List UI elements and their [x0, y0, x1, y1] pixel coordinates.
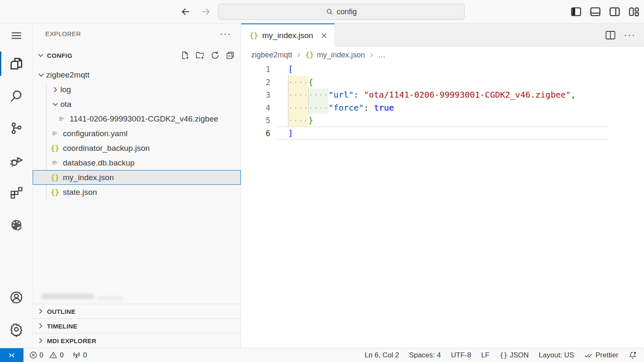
- activity-bar: [0, 23, 33, 348]
- toggle-primary-sidebar-icon[interactable]: [571, 7, 581, 17]
- back-icon[interactable]: [179, 5, 192, 18]
- language-mode[interactable]: {} JSON: [496, 351, 532, 359]
- double-check-icon: [584, 352, 593, 359]
- sidebar-title: EXPLORER: [45, 30, 220, 37]
- tree-item-label: state.json: [63, 188, 97, 197]
- blurred-artifact: [41, 294, 93, 299]
- encoding-indicator[interactable]: UTF-8: [448, 351, 474, 359]
- file-icon: [50, 158, 60, 168]
- breadcrumb-folder[interactable]: zigbee2mqtt: [251, 51, 292, 59]
- code-token: :: [354, 90, 364, 100]
- code-editor[interactable]: 1[2····{3········"url": "ota/1141-0206-9…: [241, 63, 644, 140]
- code-line-1[interactable]: 1[: [241, 63, 644, 76]
- keyboard-layout[interactable]: Layout: US: [536, 351, 577, 359]
- code-line-2[interactable]: 2····{: [241, 76, 644, 89]
- command-center-search[interactable]: config: [218, 4, 465, 20]
- editor-group: {} my_index.json ··· zigbee2mqtt {} my_i…: [241, 23, 644, 348]
- code-token: [: [288, 64, 293, 74]
- code-line-6[interactable]: 6]: [241, 127, 644, 140]
- outline-section[interactable]: OUTLINE: [33, 304, 241, 318]
- code-line-5[interactable]: 5····}: [241, 114, 644, 127]
- eol-indicator[interactable]: LF: [478, 351, 493, 359]
- tab-bar: {} my_index.json ···: [241, 23, 644, 47]
- tree-item-1141-0206-99993001-cgdk2-v46-zigbee[interactable]: 1141-0206-99993001-CGDK2_v46.zigbee: [33, 111, 241, 126]
- code-line-4[interactable]: 4········"force": true: [241, 101, 644, 114]
- title-bar: config: [0, 0, 644, 23]
- formatter-indicator[interactable]: Prettier: [581, 351, 621, 359]
- new-folder-icon[interactable]: [195, 51, 205, 60]
- tree-item-ota[interactable]: ota: [33, 97, 241, 111]
- line-number: 6: [241, 127, 270, 140]
- breadcrumb-symbol[interactable]: …: [378, 51, 386, 59]
- split-editor-icon[interactable]: [605, 31, 615, 40]
- breadcrumb-file[interactable]: my_index.json: [317, 51, 365, 59]
- new-file-icon[interactable]: [180, 51, 190, 60]
- tree-item-label: database.db.backup: [63, 158, 135, 168]
- chevron-right-icon: [36, 321, 45, 331]
- forward-icon[interactable]: [200, 5, 212, 18]
- chevron-right-icon: [36, 336, 45, 345]
- indentation-indicator[interactable]: Spaces: 4: [406, 351, 444, 359]
- menu-icon[interactable]: [0, 23, 33, 48]
- ports-indicator[interactable]: 0: [69, 351, 90, 359]
- code-line-3[interactable]: 3········"url": "ota/1141-0206-99993001-…: [241, 88, 644, 101]
- error-icon: [29, 351, 37, 359]
- file-icon: [57, 114, 66, 124]
- run-debug-icon[interactable]: [0, 144, 33, 176]
- json-file-icon: {}: [305, 51, 314, 59]
- editor-more-actions-icon[interactable]: ···: [624, 33, 636, 37]
- problems-indicator[interactable]: 0 0: [26, 351, 67, 359]
- broadcast-tower-icon: [72, 351, 81, 359]
- toggle-panel-icon[interactable]: [590, 7, 600, 17]
- settings-gear-icon[interactable]: [0, 313, 33, 345]
- tree-item-database-db-backup[interactable]: database.db.backup: [33, 155, 241, 170]
- code-token: ,: [571, 90, 576, 100]
- cursor-position[interactable]: Ln 6, Col 2: [362, 351, 402, 359]
- chevron-down-icon: [50, 99, 60, 109]
- tree-item-coordinator-backup-json[interactable]: {}coordinator_backup.json: [33, 141, 241, 155]
- breadcrumb: zigbee2mqtt {} my_index.json …: [241, 47, 644, 63]
- ports-count: 0: [83, 351, 87, 359]
- workspace-section-header[interactable]: CONFIG: [33, 48, 241, 63]
- indent-whitespace: ····: [288, 88, 308, 101]
- extensions-icon[interactable]: [0, 176, 33, 209]
- chevron-right-icon: [36, 307, 45, 316]
- tree-item-zigbee2mqtt[interactable]: zigbee2mqtt: [33, 67, 241, 82]
- explorer-more-actions-icon[interactable]: ···: [220, 32, 231, 36]
- tree-item-my-index-json[interactable]: {}my_index.json: [33, 170, 241, 185]
- search-value: config: [337, 8, 357, 16]
- tree-item-label: coordinator_backup.json: [63, 144, 150, 153]
- tree-item-state-json[interactable]: {}state.json: [33, 185, 241, 199]
- status-bar: 0 0 0 Ln 6, Col 2 Spaces: 4 UTF-8 LF {} …: [0, 348, 644, 362]
- indent-whitespace: ····: [288, 114, 308, 127]
- toggle-secondary-sidebar-icon[interactable]: [610, 7, 620, 17]
- notifications-bell-icon[interactable]: [626, 351, 640, 359]
- accounts-icon[interactable]: [0, 282, 33, 313]
- code-token: ]: [288, 128, 293, 138]
- mdi-explorer-section[interactable]: MDI EXPLORER: [33, 333, 241, 348]
- source-control-icon[interactable]: [0, 112, 33, 144]
- search-view-icon[interactable]: [0, 80, 33, 112]
- tree-item-configuration-yaml[interactable]: configuration.yaml: [33, 126, 241, 141]
- explorer-icon[interactable]: [0, 48, 33, 80]
- tree-item-log[interactable]: log: [33, 82, 241, 97]
- code-token: true: [374, 103, 394, 113]
- code-token: }: [308, 115, 313, 125]
- remote-indicator[interactable]: [0, 348, 23, 362]
- mdi-explorer-label: MDI EXPLORER: [47, 337, 96, 344]
- code-token: "ota/1141-0206-99993001-CGDK2_v46.zigbee…: [364, 90, 571, 100]
- customize-layout-icon[interactable]: [629, 7, 639, 17]
- refresh-icon[interactable]: [210, 51, 220, 60]
- code-token: "url": [328, 90, 353, 100]
- tab-my-index-json[interactable]: {} my_index.json: [241, 23, 335, 47]
- line-number: 1: [241, 63, 270, 76]
- close-tab-icon[interactable]: [319, 31, 329, 40]
- timeline-section[interactable]: TIMELINE: [33, 318, 241, 333]
- tree-item-label: zigbee2mqtt: [46, 70, 90, 80]
- collapse-folders-icon[interactable]: [226, 51, 235, 60]
- tree-item-label: 1141-0206-99993001-CGDK2_v46.zigbee: [70, 114, 218, 124]
- json-file-icon: {}: [50, 188, 60, 197]
- theme-palette-icon[interactable]: [0, 209, 33, 241]
- tree-item-label: ota: [60, 100, 71, 109]
- file-tree: zigbee2mqttlogota1141-0206-99993001-CGDK…: [33, 67, 241, 199]
